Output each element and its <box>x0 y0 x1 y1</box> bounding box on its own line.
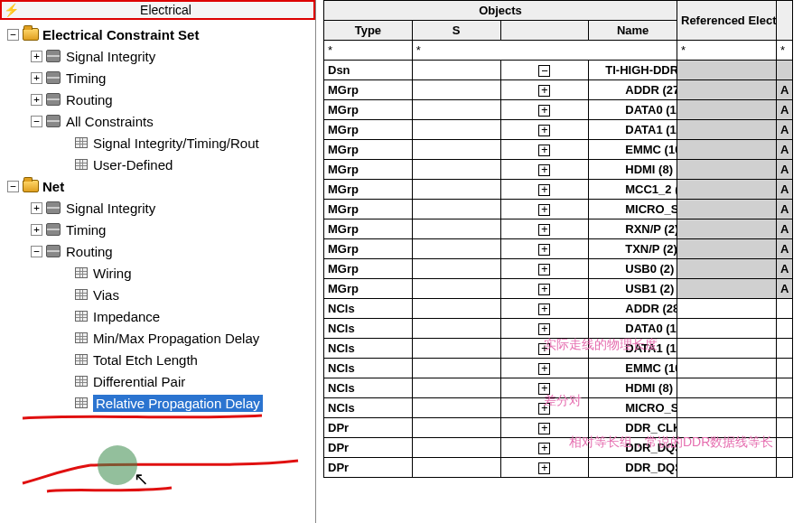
cell-ref[interactable] <box>677 359 777 378</box>
cell-name[interactable]: USB1 (2) <box>589 279 677 299</box>
filter-ref[interactable]: * <box>677 41 777 61</box>
cell-ref[interactable] <box>677 458 777 478</box>
cell-ref[interactable] <box>677 438 777 458</box>
cell-expand[interactable]: + <box>500 259 589 279</box>
cell-name[interactable]: USB0 (2) <box>589 259 677 279</box>
cell-ref[interactable] <box>677 160 777 180</box>
cell-ref[interactable] <box>677 398 777 418</box>
tree-item-sitr[interactable]: Signal Integrity/Timing/Rout <box>2 132 313 154</box>
tree-item-wiring[interactable]: Wiring <box>2 262 313 284</box>
cell-name[interactable]: HDMI (8) <box>589 160 677 180</box>
expand-icon[interactable]: + <box>31 94 42 106</box>
expand-icon[interactable]: + <box>31 72 42 84</box>
cell-ref[interactable] <box>677 120 777 140</box>
cell-expand[interactable]: + <box>500 279 589 299</box>
filter-name[interactable]: * <box>412 41 677 61</box>
table-row[interactable]: DPr+DDR_CLK/N <box>324 418 793 438</box>
tree-item-minmax-prop[interactable]: Min/Max Propagation Delay <box>2 327 313 349</box>
cell-expand[interactable]: + <box>500 239 589 259</box>
header-type[interactable]: Type <box>324 21 413 41</box>
tree-item-net-si[interactable]: + Signal Integrity <box>2 197 313 219</box>
cell-expand[interactable]: + <box>500 120 589 140</box>
cell-expand[interactable]: + <box>500 200 589 219</box>
cell-name[interactable]: DDR_CLK/N <box>589 418 677 438</box>
cell-expand[interactable]: + <box>500 219 589 239</box>
cell-expand[interactable]: + <box>500 160 589 180</box>
cell-ref[interactable] <box>677 200 777 219</box>
table-row[interactable]: DPr+DDR_DQS0/N0 <box>324 438 793 458</box>
header-s[interactable]: S <box>412 21 500 41</box>
cell-name[interactable]: EMMC (10) <box>589 359 677 378</box>
tree-item-si[interactable]: + Signal Integrity <box>2 45 313 67</box>
cell-expand[interactable]: + <box>500 398 589 418</box>
collapse-icon[interactable]: − <box>7 29 19 41</box>
cell-name[interactable]: DATA1 (11) <box>589 120 677 140</box>
filter-type[interactable]: * <box>324 41 413 61</box>
cell-ref[interactable] <box>677 259 777 279</box>
cell-name[interactable]: DATA0 (11) <box>589 319 677 339</box>
cell-ref[interactable] <box>677 279 777 299</box>
cell-expand[interactable]: + <box>500 458 589 478</box>
tree-item-user-defined[interactable]: User-Defined <box>2 154 313 175</box>
table-row[interactable]: MGrp+HDMI (8)A <box>324 160 793 180</box>
cell-expand[interactable]: + <box>500 100 589 120</box>
constraints-table[interactable]: Objects Referenced Electrical CSet Type … <box>323 0 793 478</box>
cell-expand[interactable]: + <box>500 418 589 438</box>
cell-name[interactable]: MICRO_SD (6) <box>589 200 677 219</box>
cell-ref[interactable] <box>677 80 777 100</box>
table-row[interactable]: NCls+EMMC (10) <box>324 359 793 378</box>
cell-ref[interactable] <box>677 61 777 80</box>
cell-name[interactable]: ADDR (27) <box>589 80 677 100</box>
tree-item-vias[interactable]: Vias <box>2 284 313 305</box>
collapse-icon[interactable]: − <box>31 246 42 257</box>
cell-expand[interactable]: + <box>500 140 589 160</box>
expand-icon[interactable]: + <box>31 202 42 214</box>
table-row[interactable]: NCls+DATA1 (11) <box>324 339 793 359</box>
cell-name[interactable]: EMMC (10) <box>589 140 677 160</box>
cell-ref[interactable] <box>677 140 777 160</box>
tree-item-routing[interactable]: + Routing <box>2 89 313 110</box>
table-row[interactable]: MGrp+MICRO_SD (6)A <box>324 200 793 219</box>
table-row[interactable]: MGrp+USB0 (2)A <box>324 259 793 279</box>
tree-item-rel-prop-delay[interactable]: Relative Propagation Delay <box>2 392 313 414</box>
tree-item-ecs[interactable]: − Electrical Constraint Set <box>2 23 313 45</box>
cell-ref[interactable] <box>677 219 777 239</box>
cell-ref[interactable] <box>677 339 777 359</box>
collapse-icon[interactable]: − <box>31 116 42 127</box>
table-row[interactable]: MGrp+ADDR (27)A <box>324 80 793 100</box>
cell-ref[interactable] <box>677 378 777 398</box>
cell-name[interactable]: HDMI (8) <box>589 378 677 398</box>
collapse-icon[interactable]: − <box>7 181 19 192</box>
cell-expand[interactable]: + <box>500 299 589 319</box>
cell-expand[interactable]: + <box>500 319 589 339</box>
cell-expand[interactable]: + <box>500 378 589 398</box>
expand-icon[interactable]: + <box>31 224 42 236</box>
cell-name[interactable]: TI-HIGH-DDR3-V1_1 <box>589 61 677 80</box>
table-row[interactable]: MGrp+DATA0 (11)A <box>324 100 793 120</box>
cell-expand[interactable]: + <box>500 80 589 100</box>
table-row[interactable]: NCls+MICRO_SD (6) <box>324 398 793 418</box>
cell-ref[interactable] <box>677 239 777 259</box>
tree-item-impedance[interactable]: Impedance <box>2 305 313 327</box>
cell-name[interactable]: MCC1_2 (10) <box>589 180 677 200</box>
cell-ref[interactable] <box>677 299 777 319</box>
tree-item-timing[interactable]: + Timing <box>2 67 313 89</box>
filter-extra[interactable]: * <box>777 41 793 61</box>
cell-name[interactable]: DDR_DQS0/N0 <box>589 438 677 458</box>
header-ref-cset[interactable]: Referenced Electrical CSet <box>677 1 777 41</box>
tree-item-diff-pair[interactable]: Differential Pair <box>2 370 313 392</box>
tree-item-total-etch[interactable]: Total Etch Length <box>2 349 313 370</box>
cell-name[interactable]: ADDR (28) <box>589 299 677 319</box>
cell-name[interactable]: DATA0 (11) <box>589 100 677 120</box>
header-extra[interactable] <box>777 1 793 41</box>
cell-expand[interactable]: − <box>500 61 589 80</box>
cell-ref[interactable] <box>677 319 777 339</box>
cell-name[interactable]: DATA1 (11) <box>589 339 677 359</box>
cell-name[interactable]: TXN/P (2) <box>589 239 677 259</box>
cell-name[interactable]: RXN/P (2) <box>589 219 677 239</box>
header-name[interactable]: Name <box>589 21 677 41</box>
table-row[interactable]: MGrp+RXN/P (2)A <box>324 219 793 239</box>
table-row[interactable]: MGrp+TXN/P (2)A <box>324 239 793 259</box>
cell-name[interactable]: MICRO_SD (6) <box>589 398 677 418</box>
table-row[interactable]: MGrp+EMMC (10)A <box>324 140 793 160</box>
